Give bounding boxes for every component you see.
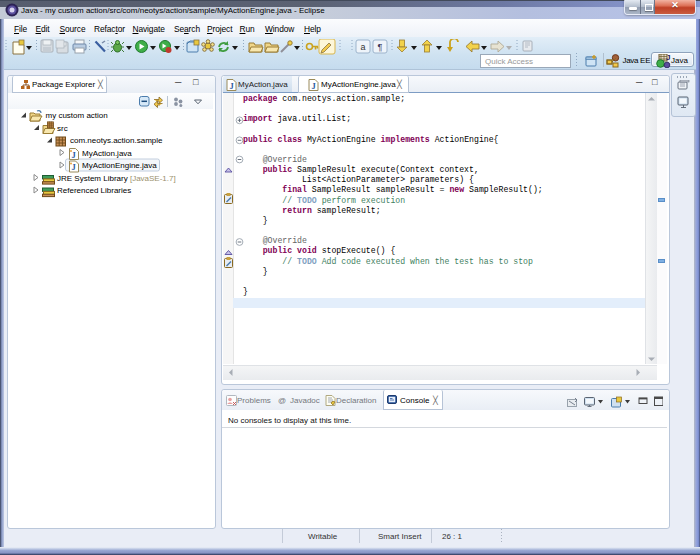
svg-text:¶: ¶ [378, 42, 383, 52]
svg-text:J: J [666, 54, 670, 62]
svg-text:a: a [360, 42, 365, 52]
